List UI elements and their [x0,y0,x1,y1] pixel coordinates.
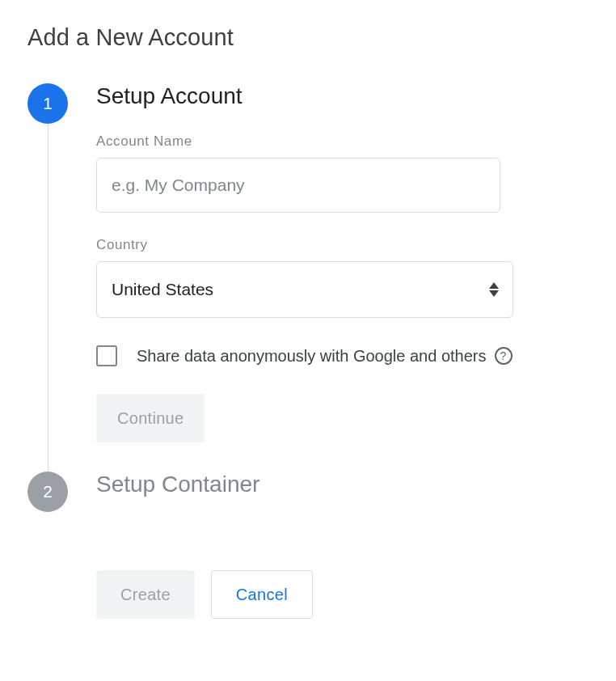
country-field: Country United States [96,237,589,318]
account-name-field: Account Name [96,133,589,213]
page-title: Add a New Account [27,24,589,51]
step-connector [48,124,49,485]
step-badge-1: 1 [27,83,68,124]
account-name-input[interactable] [96,158,500,213]
share-data-row: Share data anonymously with Google and o… [96,345,589,366]
country-label: Country [96,237,589,253]
create-button[interactable]: Create [96,570,195,619]
step-badge-2: 2 [27,472,68,512]
share-data-label: Share data anonymously with Google and o… [137,347,487,366]
cancel-button[interactable]: Cancel [211,570,313,619]
stepper: 1 Setup Account Account Name Country Uni… [27,83,589,570]
continue-button[interactable]: Continue [96,394,205,442]
step-title-2: Setup Container [96,472,589,497]
step-setup-account: 1 Setup Account Account Name Country Uni… [27,83,589,465]
country-select[interactable]: United States [96,261,513,318]
step-setup-container: 2 Setup Container [27,472,589,570]
step-title-1: Setup Account [96,83,589,109]
help-icon[interactable]: ? [495,347,513,365]
account-name-label: Account Name [96,133,589,150]
footer-actions: Create Cancel [27,570,589,619]
share-data-checkbox[interactable] [96,345,117,366]
